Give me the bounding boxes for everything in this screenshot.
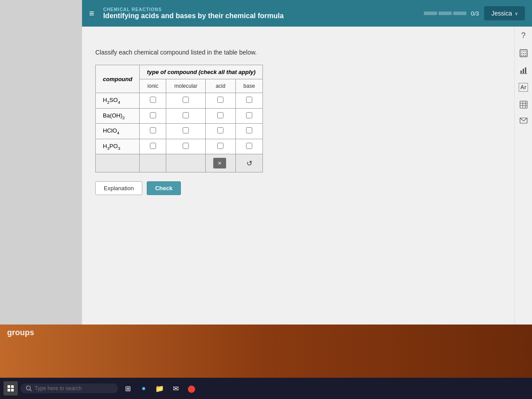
cell-baoh2-acid: [205, 108, 235, 124]
svg-rect-10: [525, 67, 526, 73]
checkbox-baoh2-molecular[interactable]: [183, 112, 189, 118]
cell-h2so4-acid: [205, 93, 235, 109]
svg-rect-1: [521, 51, 526, 52]
periodic-table-icon[interactable]: Ar: [519, 83, 528, 92]
svg-rect-12: [520, 101, 527, 108]
checkbox-h3po3-base[interactable]: [246, 143, 252, 149]
checkbox-baoh2-acid[interactable]: [217, 112, 223, 118]
cell-h3po3-base: [235, 139, 262, 154]
cell-h3po3-ionic: [140, 139, 166, 154]
svg-rect-4: [525, 53, 526, 54]
calculator-icon[interactable]: [520, 49, 528, 57]
compound-name-h2so4: H2SO4: [96, 93, 140, 109]
cell-hclo4-molecular: [166, 124, 206, 139]
checkbox-h2so4-molecular[interactable]: [183, 97, 189, 103]
checkbox-h2so4-base[interactable]: [246, 97, 252, 103]
table-row: HClO4: [96, 124, 263, 139]
checkbox-baoh2-ionic[interactable]: [150, 112, 156, 118]
chevron-down-icon: ∨: [515, 11, 518, 16]
header-title-section: Chemical Reactions Identifying acids and…: [103, 7, 419, 20]
explanation-button[interactable]: Explanation: [95, 181, 142, 195]
taskbar-icon-chrome[interactable]: ⬤: [184, 381, 199, 395]
undo-button[interactable]: ↺: [246, 159, 252, 168]
cell-hclo4-base: [235, 124, 262, 139]
checkbox-h3po3-molecular[interactable]: [183, 143, 189, 149]
col-header-type: type of compound (check all that apply): [140, 65, 263, 79]
col-header-base: base: [235, 79, 262, 93]
section-label: Chemical Reactions: [103, 7, 419, 12]
cell-h2so4-base: [235, 93, 262, 109]
user-menu-button[interactable]: Jessica ∨: [484, 6, 525, 20]
col-header-compound: compound: [96, 65, 140, 93]
col-header-acid: acid: [205, 79, 235, 93]
taskbar-icon-windows[interactable]: ⊞: [121, 381, 135, 395]
envelope-icon[interactable]: [520, 117, 528, 124]
col-header-molecular: molecular: [166, 79, 206, 93]
bottom-strip: groups: [0, 325, 532, 378]
checkbox-h2so4-ionic[interactable]: [150, 97, 156, 103]
taskbar-icon-folder[interactable]: 📁: [153, 381, 167, 395]
compound-table: compound type of compound (check all tha…: [95, 65, 263, 172]
right-sidebar: ? Ar: [514, 27, 532, 364]
checkbox-h3po3-acid[interactable]: [217, 143, 223, 149]
compound-name-hclo4: HClO4: [96, 124, 140, 139]
checkbox-hclo4-acid[interactable]: [217, 127, 223, 133]
action-undo-cell: ↺: [235, 154, 262, 172]
table-icon[interactable]: [520, 101, 528, 109]
progress-seg-2: [438, 12, 452, 15]
start-button[interactable]: [4, 381, 18, 395]
taskbar-search-bar[interactable]: [20, 383, 118, 393]
progress-seg-1: [424, 12, 437, 15]
action-spacer-2: [140, 154, 166, 172]
checkbox-h3po3-ionic[interactable]: [150, 143, 156, 149]
svg-rect-2: [521, 53, 522, 54]
svg-rect-6: [523, 55, 524, 56]
cell-baoh2-molecular: [166, 108, 206, 124]
action-spacer-3: [166, 154, 206, 172]
bottom-buttons: Explanation Check: [95, 181, 519, 195]
checkbox-baoh2-base[interactable]: [246, 112, 252, 118]
svg-line-23: [30, 390, 32, 391]
svg-point-22: [27, 386, 31, 390]
svg-rect-18: [8, 385, 10, 388]
table-row: H2SO4: [96, 93, 263, 109]
progress-section: 0/3: [424, 10, 479, 17]
checkbox-hclo4-molecular[interactable]: [183, 127, 189, 133]
checkbox-hclo4-ionic[interactable]: [150, 127, 156, 133]
progress-count: 0/3: [471, 10, 479, 17]
taskbar-search-input[interactable]: [35, 385, 106, 391]
chart-icon[interactable]: [520, 66, 528, 74]
main-title: Identifying acids and bases by their che…: [103, 12, 419, 20]
cell-h2so4-ionic: [140, 93, 166, 109]
header-bar: ≡ Chemical Reactions Identifying acids a…: [82, 0, 532, 27]
clear-button[interactable]: ×: [213, 158, 226, 168]
page-instruction: Classify each chemical compound listed i…: [95, 49, 519, 56]
action-spacer: [96, 154, 140, 172]
table-row: Ba(OH)2: [96, 108, 263, 124]
taskbar-icon-browser[interactable]: ●: [137, 381, 151, 395]
col-header-ionic: ionic: [140, 79, 166, 93]
cell-hclo4-acid: [205, 124, 235, 139]
compound-name-baoh2: Ba(OH)2: [96, 108, 140, 124]
compound-name-h3po3: H3PO3: [96, 139, 140, 154]
cell-h2so4-molecular: [166, 93, 206, 109]
checkbox-hclo4-base[interactable]: [246, 127, 252, 133]
cell-hclo4-ionic: [140, 124, 166, 139]
user-name: Jessica: [491, 10, 512, 17]
svg-rect-3: [523, 53, 524, 54]
bottom-strip-text: groups: [7, 328, 34, 337]
content-area: Classify each chemical compound listed i…: [82, 27, 532, 350]
check-button[interactable]: Check: [147, 181, 181, 195]
help-icon[interactable]: ?: [521, 31, 525, 40]
checkbox-h2so4-acid[interactable]: [217, 97, 223, 103]
hamburger-icon[interactable]: ≡: [89, 8, 94, 19]
taskbar-icon-mail[interactable]: ✉: [168, 381, 183, 395]
svg-rect-19: [11, 385, 14, 388]
taskbar: ⊞ ● 📁 ✉ ⬤: [0, 378, 532, 399]
action-buttons-cell: ×: [205, 154, 235, 172]
browser-window: ≡ Chemical Reactions Identifying acids a…: [82, 0, 532, 364]
cell-h3po3-molecular: [166, 139, 206, 154]
svg-rect-20: [8, 389, 10, 391]
svg-rect-21: [11, 389, 14, 391]
table-row: H3PO3: [96, 139, 263, 154]
